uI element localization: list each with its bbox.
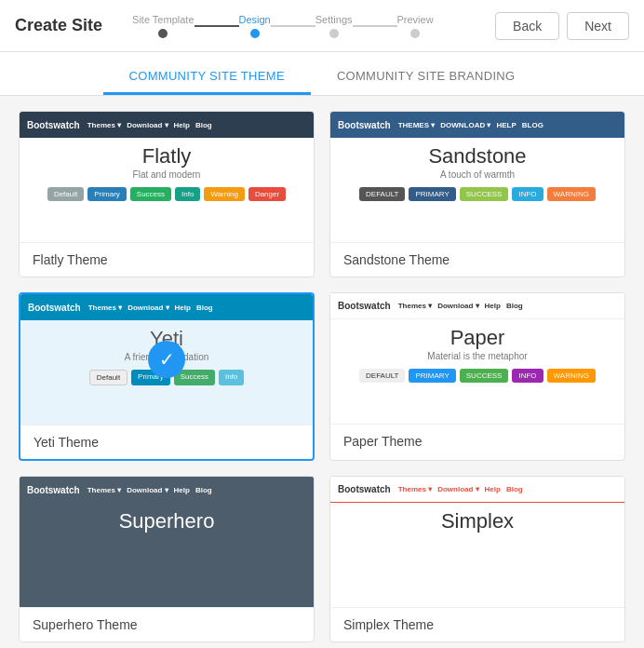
step-design: Design: [239, 14, 271, 38]
flatly-buttons: Default Primary Success Info Warning Dan…: [47, 187, 286, 201]
flatly-title: Flatly: [142, 145, 192, 168]
sandstone-nav-brand: Bootswatch: [338, 120, 391, 130]
sandstone-btn-info: INFO: [512, 187, 543, 201]
paper-buttons: DEFAULT PRIMARY SUCCESS INFO WARNING: [359, 369, 596, 383]
flatly-navbar: Bootswatch Themes ▾ Download ▾ Help Blog: [20, 112, 314, 138]
paper-nav-items: Themes ▾ Download ▾ Help Blog: [398, 302, 523, 310]
paper-navbar: Bootswatch Themes ▾ Download ▾ Help Blog: [330, 293, 624, 319]
simplex-navbar: Bootswatch Themes ▾ Download ▾ Help Blog: [330, 477, 624, 503]
paper-btn-default: DEFAULT: [359, 369, 405, 383]
step-label-design: Design: [239, 14, 271, 25]
step-dots-site-template: [158, 29, 168, 38]
sandstone-nav-items: THEMES ▾ DOWNLOAD ▾ HELP BLOG: [398, 121, 543, 129]
theme-grid: Bootswatch Themes ▾ Download ▾ Help Blog…: [0, 96, 644, 648]
simplex-nav-items: Themes ▾ Download ▾ Help Blog: [398, 485, 523, 493]
step-line-1: [195, 25, 239, 27]
theme-preview-simplex: Bootswatch Themes ▾ Download ▾ Help Blog…: [330, 477, 624, 607]
flatly-btn-warning: Warning: [204, 187, 245, 201]
paper-label: Paper Theme: [330, 424, 624, 458]
superhero-title: Superhero: [119, 510, 215, 533]
step-dot-settings: [329, 29, 339, 38]
paper-body: Paper Material is the metaphor DEFAULT P…: [330, 319, 624, 383]
step-dot-design: [250, 29, 260, 38]
superhero-nav-items: Themes ▾ Download ▾ Help Blog: [87, 486, 212, 494]
tab-community-site-theme[interactable]: COMMUNITY SITE THEME: [103, 60, 311, 95]
wizard-steps: Site Template Design Settings: [132, 14, 434, 38]
sandstone-btn-success: SUCCESS: [460, 187, 509, 201]
theme-card-paper[interactable]: Bootswatch Themes ▾ Download ▾ Help Blog…: [329, 292, 625, 461]
yeti-nav-items: Themes ▾ Download ▾ Help Blog: [88, 304, 213, 312]
flatly-btn-primary: Primary: [87, 187, 127, 201]
step-dot-preview: [410, 29, 420, 38]
sandstone-btn-warning: WARNING: [547, 187, 596, 201]
header-buttons: Back Next: [495, 12, 629, 40]
step-dots-design: [250, 29, 260, 38]
sandstone-buttons: DEFAULT PRIMARY SUCCESS INFO WARNING: [359, 187, 596, 201]
theme-preview-sandstone: Bootswatch THEMES ▾ DOWNLOAD ▾ HELP BLOG…: [330, 112, 624, 242]
paper-btn-primary: PRIMARY: [409, 369, 455, 383]
next-button[interactable]: Next: [567, 12, 629, 40]
tabs-bar: COMMUNITY SITE THEME COMMUNITY SITE BRAN…: [0, 52, 644, 96]
superhero-nav-brand: Bootswatch: [27, 485, 80, 495]
yeti-nav-brand: Bootswatch: [28, 303, 81, 313]
theme-preview-flatly: Bootswatch Themes ▾ Download ▾ Help Blog…: [20, 112, 314, 242]
simplex-body: Simplex: [330, 503, 624, 533]
sandstone-subtitle: A touch of warmth: [440, 169, 515, 180]
theme-preview-superhero: Bootswatch Themes ▾ Download ▾ Help Blog…: [20, 477, 314, 607]
flatly-btn-danger: Danger: [248, 187, 286, 201]
yeti-btn-info: Info: [219, 370, 244, 385]
sandstone-btn-primary: PRIMARY: [409, 187, 455, 201]
step-settings: Settings: [315, 14, 353, 38]
step-line-2: [271, 25, 315, 27]
flatly-btn-default: Default: [47, 187, 84, 201]
theme-card-simplex[interactable]: Bootswatch Themes ▾ Download ▾ Help Blog…: [329, 476, 625, 642]
theme-card-superhero[interactable]: Bootswatch Themes ▾ Download ▾ Help Blog…: [19, 476, 315, 642]
flatly-btn-info: Info: [175, 187, 200, 201]
paper-title: Paper: [450, 327, 505, 349]
step-label-site-template: Site Template: [132, 14, 194, 25]
flatly-btn-success: Success: [130, 187, 171, 201]
site-title: Create Site: [15, 16, 102, 35]
flatly-nav-brand: Bootswatch: [27, 120, 80, 130]
theme-card-yeti[interactable]: Bootswatch Themes ▾ Download ▾ Help Blog…: [19, 292, 315, 461]
simplex-label: Simplex Theme: [330, 607, 624, 641]
paper-btn-info: INFO: [512, 369, 543, 383]
yeti-label: Yeti Theme: [20, 425, 313, 459]
step-dot-site-template: [158, 29, 168, 38]
header-left: Create Site Site Template Design Setting…: [15, 14, 434, 38]
superhero-navbar: Bootswatch Themes ▾ Download ▾ Help Blog: [20, 477, 314, 503]
flatly-subtitle: Flat and modern: [133, 169, 201, 180]
paper-nav-brand: Bootswatch: [338, 301, 391, 311]
sandstone-body: Sandstone A touch of warmth DEFAULT PRIM…: [330, 138, 624, 201]
flatly-nav-items: Themes ▾ Download ▾ Help Blog: [87, 121, 212, 129]
flatly-body: Flatly Flat and modern Default Primary S…: [20, 138, 314, 201]
sandstone-title: Sandstone: [428, 145, 526, 168]
tab-community-site-branding[interactable]: COMMUNITY SITE BRANDING: [311, 60, 542, 95]
simplex-nav-brand: Bootswatch: [338, 484, 391, 494]
yeti-btn-default: Default: [89, 370, 127, 385]
step-dots-preview: [410, 29, 420, 38]
paper-btn-success: SUCCESS: [460, 369, 509, 383]
step-dots-settings: [329, 29, 339, 38]
theme-preview-paper: Bootswatch Themes ▾ Download ▾ Help Blog…: [330, 293, 624, 424]
yeti-navbar: Bootswatch Themes ▾ Download ▾ Help Blog: [20, 294, 313, 320]
flatly-label: Flatly Theme: [20, 242, 314, 277]
theme-card-flatly[interactable]: Bootswatch Themes ▾ Download ▾ Help Blog…: [19, 111, 315, 277]
simplex-title: Simplex: [441, 510, 514, 533]
header: Create Site Site Template Design Setting…: [0, 0, 644, 52]
step-preview: Preview: [397, 14, 434, 38]
step-line-3: [353, 25, 397, 27]
sandstone-navbar: Bootswatch THEMES ▾ DOWNLOAD ▾ HELP BLOG: [330, 112, 624, 138]
theme-card-sandstone[interactable]: Bootswatch THEMES ▾ DOWNLOAD ▾ HELP BLOG…: [329, 111, 625, 277]
selected-checkmark: ✓: [148, 341, 185, 378]
step-label-preview: Preview: [397, 14, 434, 25]
sandstone-label: Sandstone Theme: [330, 242, 624, 277]
sandstone-btn-default: DEFAULT: [359, 187, 405, 201]
back-button[interactable]: Back: [495, 12, 559, 40]
step-site-template: Site Template: [132, 14, 194, 38]
superhero-body: Superhero: [20, 503, 314, 533]
step-label-settings: Settings: [315, 14, 353, 25]
theme-preview-yeti: Bootswatch Themes ▾ Download ▾ Help Blog…: [20, 294, 313, 425]
paper-subtitle: Material is the metaphor: [427, 351, 527, 361]
paper-btn-warning: WARNING: [547, 369, 596, 383]
